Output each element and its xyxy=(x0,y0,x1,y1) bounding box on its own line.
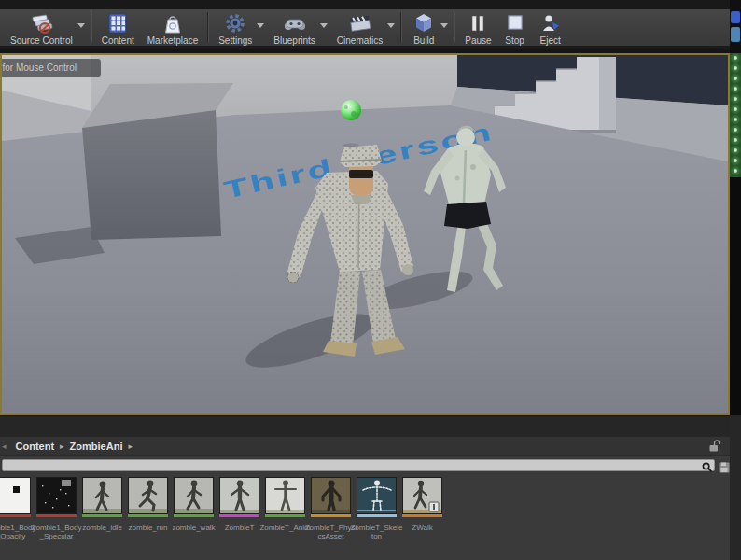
stop-button[interactable]: Stop xyxy=(498,9,532,46)
asset-tile-zombiet[interactable]: ZombieT xyxy=(219,477,259,517)
blueprints-label: Blueprints xyxy=(273,35,315,47)
asset-type-stripe xyxy=(128,514,168,517)
save-all-icon[interactable] xyxy=(719,460,730,477)
asset-tile-zombiet-skeleton[interactable]: ZombieT_Skeleton xyxy=(357,477,397,517)
sliver-blue-icon xyxy=(731,11,740,23)
asset-label: ZWalk xyxy=(396,524,450,532)
asset-type-stripe xyxy=(311,514,351,517)
content-button[interactable]: Content xyxy=(95,9,141,46)
content-browser: ◂ Content ▸ ZombieAni ▸ xyxy=(0,437,730,560)
level-viewport[interactable]: Third Person xyxy=(0,53,730,415)
settings-button[interactable]: Settings xyxy=(212,9,267,46)
asset-tile-zombie-idle[interactable]: zombie_idle xyxy=(82,477,122,517)
breadcrumb: ◂ Content ▸ ZombieAni ▸ xyxy=(0,437,730,456)
content-label: Content xyxy=(102,35,134,47)
asset-tile-zombiet-physicsasset[interactable]: ZombieT_PhysicsAsset xyxy=(311,477,351,517)
build-cube-icon xyxy=(412,11,436,35)
pause-icon xyxy=(468,11,488,35)
animation-thumbnail-icon xyxy=(402,477,442,514)
build-dropdown-caret-icon[interactable] xyxy=(440,23,448,28)
mouse-control-hint: Click for Mouse Control xyxy=(2,59,101,77)
toolbar-separator xyxy=(91,12,92,42)
viewport-scene: Third Person xyxy=(2,55,728,413)
asset-type-stripe xyxy=(82,514,122,517)
asset-type-stripe xyxy=(402,514,442,517)
eject-label: Eject xyxy=(540,35,561,47)
sliver-bottom-area xyxy=(730,415,741,560)
animation-thumbnail-icon xyxy=(174,477,214,514)
stop-icon xyxy=(505,11,525,35)
asset-tile-zombie1-body-opacity[interactable]: Zombie1_Body_Opacity xyxy=(0,477,31,517)
adjacent-panel-sliver xyxy=(730,0,741,560)
breadcrumb-root-arrow-icon: ◂ xyxy=(2,441,7,451)
settings-gear-icon xyxy=(223,11,247,35)
asset-type-stripe xyxy=(219,514,259,517)
source-control-dropdown-caret-icon[interactable] xyxy=(77,23,85,28)
marketplace-label: Marketplace xyxy=(147,35,198,47)
cinematics-label: Cinematics xyxy=(337,35,383,47)
asset-type-stripe xyxy=(357,514,397,517)
asset-type-stripe xyxy=(174,514,214,517)
texture-thumbnail-icon xyxy=(36,477,77,514)
sliver-teal-icon xyxy=(731,27,740,42)
content-browser-icon xyxy=(105,11,130,35)
pause-button[interactable]: Pause xyxy=(458,9,497,46)
source-control-label: Source Control xyxy=(10,35,73,47)
eject-button[interactable]: Eject xyxy=(532,9,569,46)
skeleton-thumbnail-icon xyxy=(357,477,397,514)
settings-label: Settings xyxy=(218,35,252,47)
panel-gap xyxy=(0,415,730,438)
search-row xyxy=(0,456,730,473)
asset-tile-zombiet-anim[interactable]: ZombieT_Anim xyxy=(265,477,305,517)
toolbar-separator xyxy=(207,12,209,42)
asset-type-stripe xyxy=(265,514,305,517)
marketplace-button[interactable]: Marketplace xyxy=(141,9,204,46)
asset-tile-zombie-run[interactable]: zombie_run xyxy=(128,477,168,517)
asset-tile-zombie1-body-specular[interactable]: Zombie1_Body_Specular xyxy=(36,477,77,517)
animation-thumbnail-icon xyxy=(82,477,122,514)
stop-label: Stop xyxy=(505,35,524,47)
sliver-green-texture xyxy=(730,53,741,177)
search-icon xyxy=(702,460,713,477)
svg-text:Click for Mouse Control: Click for Mouse Control xyxy=(2,63,77,73)
skeletal-mesh-thumbnail-icon xyxy=(219,477,259,514)
lock-icon[interactable] xyxy=(708,440,720,456)
window-top-strip xyxy=(0,0,730,9)
asset-tile-zwalk[interactable]: ZWalk xyxy=(402,477,442,517)
build-label: Build xyxy=(413,35,434,47)
breadcrumb-item-zombieani[interactable]: ZombieAni xyxy=(70,441,123,452)
gray-cube xyxy=(82,83,233,240)
asset-tile-zombie-walk[interactable]: zombie_walk xyxy=(174,477,214,517)
toolbar-separator xyxy=(400,12,402,42)
marketplace-bag-icon xyxy=(161,11,185,35)
cinematics-clapperboard-icon xyxy=(347,11,373,35)
sliver-dark-area xyxy=(730,177,741,415)
cinematics-button[interactable]: Cinematics xyxy=(330,9,398,46)
breadcrumb-item-content[interactable]: Content xyxy=(16,441,55,452)
blueprints-button[interactable]: Blueprints xyxy=(267,9,329,46)
pause-label: Pause xyxy=(465,35,491,47)
search-assets-input[interactable] xyxy=(2,459,715,471)
asset-type-stripe xyxy=(36,514,77,517)
blueprints-dropdown-caret-icon[interactable] xyxy=(320,23,328,28)
source-control-button[interactable]: Source Control xyxy=(4,9,88,46)
main-toolbar: Source Control Content xyxy=(0,9,730,49)
breadcrumb-separator-icon: ▸ xyxy=(128,441,133,451)
source-control-icon xyxy=(29,11,53,35)
breadcrumb-separator-icon: ▸ xyxy=(60,441,64,451)
build-button[interactable]: Build xyxy=(405,9,451,46)
texture-thumbnail-icon xyxy=(0,477,31,514)
animation-thumbnail-icon xyxy=(265,477,305,514)
blueprints-controller-icon xyxy=(282,11,308,35)
cinematics-dropdown-caret-icon[interactable] xyxy=(387,23,395,28)
settings-dropdown-caret-icon[interactable] xyxy=(257,23,264,28)
animation-thumbnail-icon xyxy=(128,477,168,514)
eject-icon xyxy=(538,11,563,35)
asset-type-stripe xyxy=(0,514,31,517)
unreal-editor-window: Source Control Content xyxy=(0,0,741,560)
asset-grid: Zombie1_Body_Opacity Zombie1_Body_Specul… xyxy=(0,477,730,517)
physics-asset-thumbnail-icon xyxy=(311,477,351,514)
toolbar-separator xyxy=(454,12,455,42)
